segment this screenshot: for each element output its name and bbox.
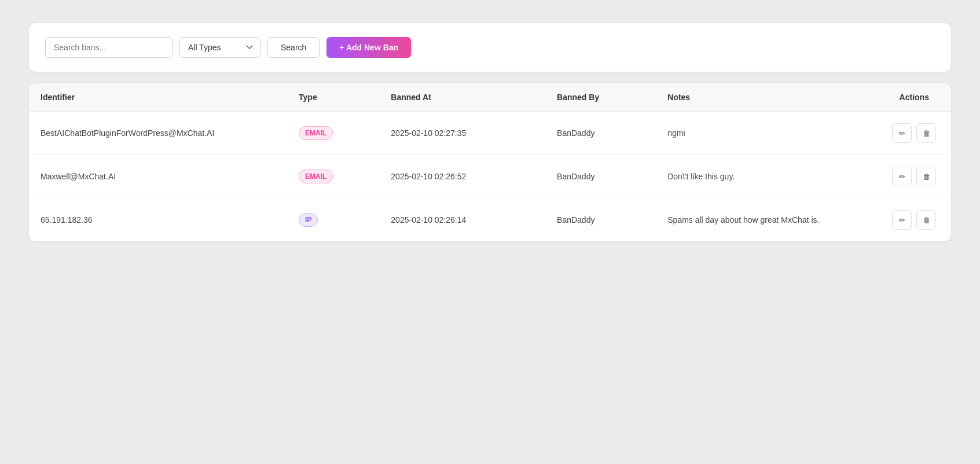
- table-row: BestAIChatBotPluginForWordPress@MxChat.A…: [29, 112, 951, 155]
- delete-icon: [923, 172, 930, 181]
- cell-banned-by: BanDaddy: [545, 198, 656, 242]
- edit-icon: [899, 215, 905, 224]
- table-header-row: Identifier Type Banned At Banned By Note…: [29, 83, 951, 112]
- bans-table-card: Identifier Type Banned At Banned By Note…: [29, 83, 951, 241]
- search-input[interactable]: [45, 37, 172, 58]
- cell-notes: Spams all day about how great MxChat is.: [656, 198, 877, 242]
- cell-identifier: 65.191.182.36: [29, 198, 287, 242]
- col-header-identifier: Identifier: [29, 83, 287, 112]
- col-header-banned-by: Banned By: [545, 83, 656, 112]
- cell-notes: Don\'t like this guy.: [656, 155, 877, 198]
- cell-actions: [878, 198, 951, 242]
- delete-icon: [923, 215, 930, 224]
- cell-notes: ngmi: [656, 112, 877, 155]
- table-row: 65.191.182.36 IP 2025-02-10 02:26:14 Ban…: [29, 198, 951, 242]
- col-header-actions: Actions: [878, 83, 951, 112]
- type-badge: EMAIL: [299, 126, 333, 140]
- edit-icon: [899, 172, 905, 181]
- edit-button[interactable]: [892, 123, 912, 143]
- delete-button[interactable]: [916, 123, 936, 143]
- type-badge: EMAIL: [299, 170, 333, 183]
- cell-type: EMAIL: [287, 112, 379, 155]
- cell-banned-at: 2025-02-10 02:26:52: [379, 155, 545, 198]
- delete-icon: [923, 128, 930, 138]
- cell-identifier: Maxwell@MxChat.AI: [29, 155, 287, 198]
- cell-banned-at: 2025-02-10 02:27:35: [379, 112, 545, 155]
- delete-button[interactable]: [916, 210, 936, 230]
- cell-banned-at: 2025-02-10 02:26:14: [379, 198, 545, 242]
- col-header-notes: Notes: [656, 83, 877, 112]
- toolbar: All Types EMAIL IP Search + Add New Ban: [29, 23, 951, 72]
- cell-actions: [878, 155, 951, 198]
- cell-banned-by: BanDaddy: [545, 112, 656, 155]
- cell-banned-by: BanDaddy: [545, 155, 656, 198]
- cell-type: EMAIL: [287, 155, 379, 198]
- edit-button[interactable]: [892, 210, 912, 230]
- cell-type: IP: [287, 198, 379, 242]
- add-new-ban-button[interactable]: + Add New Ban: [326, 37, 411, 58]
- bans-table: Identifier Type Banned At Banned By Note…: [29, 83, 951, 241]
- type-filter-select[interactable]: All Types EMAIL IP: [179, 37, 260, 58]
- delete-button[interactable]: [916, 167, 936, 186]
- search-button[interactable]: Search: [267, 37, 320, 58]
- cell-identifier: BestAIChatBotPluginForWordPress@MxChat.A…: [29, 112, 287, 155]
- edit-icon: [899, 128, 905, 138]
- col-header-type: Type: [287, 83, 379, 112]
- type-badge: IP: [299, 213, 318, 227]
- edit-button[interactable]: [892, 167, 912, 186]
- table-row: Maxwell@MxChat.AI EMAIL 2025-02-10 02:26…: [29, 155, 951, 198]
- col-header-banned-at: Banned At: [379, 83, 545, 112]
- cell-actions: [878, 112, 951, 155]
